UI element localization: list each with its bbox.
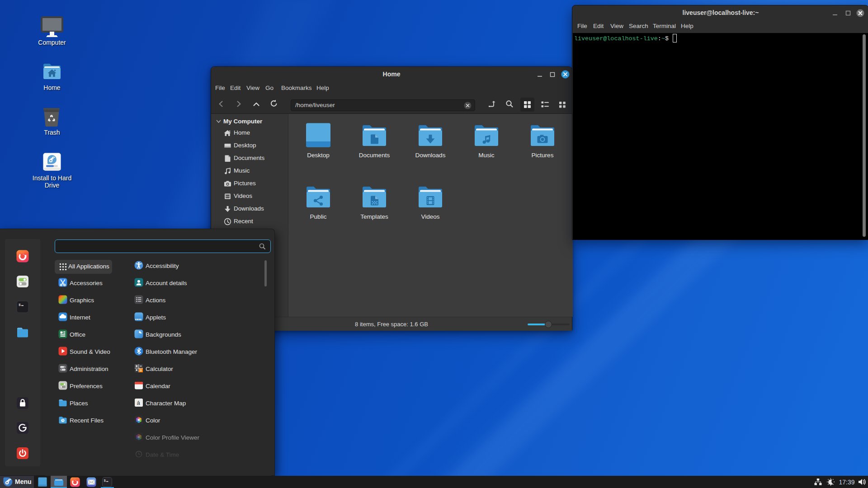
svg-text:$: $: [19, 303, 21, 307]
svg-text:$: $: [104, 479, 106, 483]
svg-text:á: á: [137, 399, 141, 406]
